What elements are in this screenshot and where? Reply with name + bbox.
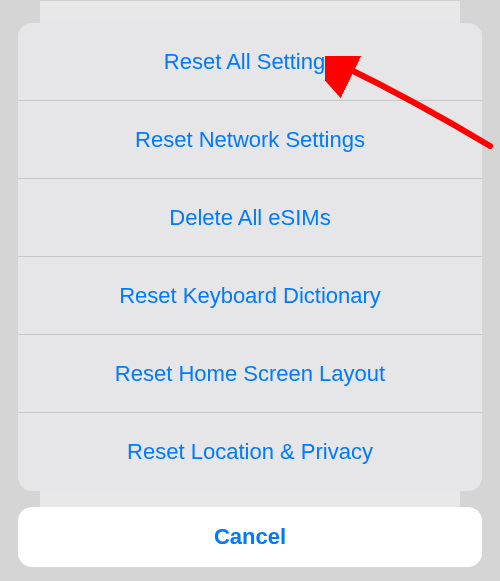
reset-location-privacy-button[interactable]: Reset Location & Privacy	[18, 413, 482, 491]
reset-keyboard-dictionary-button[interactable]: Reset Keyboard Dictionary	[18, 257, 482, 335]
reset-all-settings-button[interactable]: Reset All Settings	[18, 23, 482, 101]
action-label: Reset Home Screen Layout	[115, 361, 385, 387]
reset-action-sheet: Reset All Settings Reset Network Setting…	[18, 23, 482, 491]
reset-home-screen-layout-button[interactable]: Reset Home Screen Layout	[18, 335, 482, 413]
cancel-button[interactable]: Cancel	[18, 507, 482, 567]
action-label: Reset All Settings	[164, 49, 336, 75]
action-label: Delete All eSIMs	[169, 205, 330, 231]
cancel-label: Cancel	[214, 524, 286, 550]
delete-all-esims-button[interactable]: Delete All eSIMs	[18, 179, 482, 257]
action-label: Reset Keyboard Dictionary	[119, 283, 381, 309]
action-label: Reset Location & Privacy	[127, 439, 373, 465]
action-label: Reset Network Settings	[135, 127, 365, 153]
reset-network-settings-button[interactable]: Reset Network Settings	[18, 101, 482, 179]
